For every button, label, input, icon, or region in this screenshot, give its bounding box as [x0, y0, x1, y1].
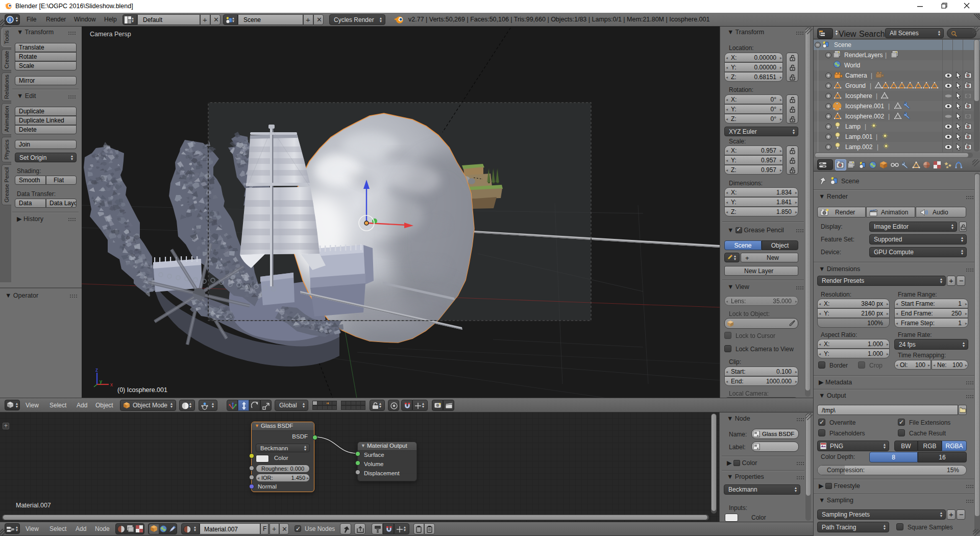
- svg-text:Camera Persp: Camera Persp: [90, 31, 131, 38]
- svg-text:(0) Icosphere.001: (0) Icosphere.001: [117, 386, 167, 394]
- svg-text:z: z: [95, 367, 98, 373]
- svg-text:x: x: [110, 382, 113, 387]
- svg-text:i: i: [9, 17, 11, 22]
- svg-text:y: y: [100, 379, 102, 384]
